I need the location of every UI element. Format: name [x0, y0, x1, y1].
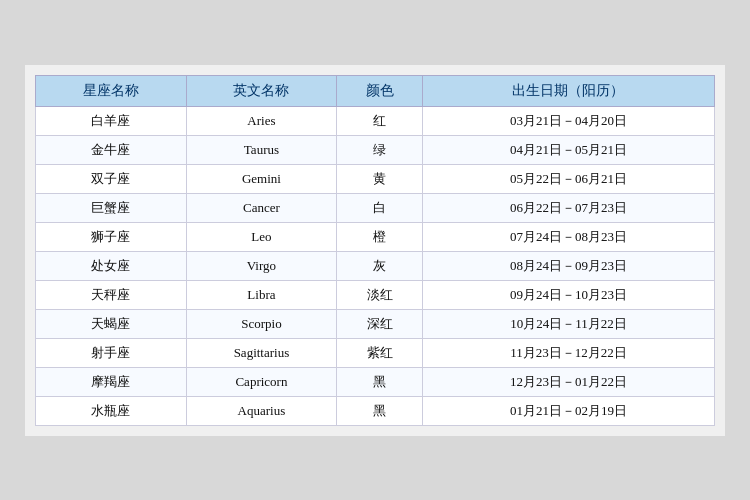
table-row: 金牛座Taurus绿04月21日－05月21日 — [36, 135, 715, 164]
cell-english: Leo — [186, 222, 337, 251]
cell-color: 白 — [337, 193, 423, 222]
cell-english: Capricorn — [186, 367, 337, 396]
cell-english: Cancer — [186, 193, 337, 222]
table-row: 摩羯座Capricorn黑12月23日－01月22日 — [36, 367, 715, 396]
cell-color: 灰 — [337, 251, 423, 280]
cell-chinese: 天秤座 — [36, 280, 187, 309]
cell-date: 04月21日－05月21日 — [422, 135, 714, 164]
cell-english: Aries — [186, 106, 337, 135]
cell-date: 11月23日－12月22日 — [422, 338, 714, 367]
cell-color: 黑 — [337, 367, 423, 396]
cell-english: Gemini — [186, 164, 337, 193]
cell-color: 红 — [337, 106, 423, 135]
table-body: 白羊座Aries红03月21日－04月20日金牛座Taurus绿04月21日－0… — [36, 106, 715, 425]
cell-color: 深红 — [337, 309, 423, 338]
cell-date: 08月24日－09月23日 — [422, 251, 714, 280]
cell-english: Aquarius — [186, 396, 337, 425]
cell-chinese: 巨蟹座 — [36, 193, 187, 222]
cell-chinese: 摩羯座 — [36, 367, 187, 396]
cell-chinese: 双子座 — [36, 164, 187, 193]
cell-chinese: 水瓶座 — [36, 396, 187, 425]
cell-date: 10月24日－11月22日 — [422, 309, 714, 338]
cell-chinese: 射手座 — [36, 338, 187, 367]
table-row: 天秤座Libra淡红09月24日－10月23日 — [36, 280, 715, 309]
table-row: 巨蟹座Cancer白06月22日－07月23日 — [36, 193, 715, 222]
cell-english: Sagittarius — [186, 338, 337, 367]
table-row: 双子座Gemini黄05月22日－06月21日 — [36, 164, 715, 193]
page-container: 星座名称 英文名称 颜色 出生日期（阳历） 白羊座Aries红03月21日－04… — [25, 65, 725, 436]
table-header-row: 星座名称 英文名称 颜色 出生日期（阳历） — [36, 75, 715, 106]
table-row: 白羊座Aries红03月21日－04月20日 — [36, 106, 715, 135]
cell-color: 黄 — [337, 164, 423, 193]
cell-date: 09月24日－10月23日 — [422, 280, 714, 309]
cell-date: 01月21日－02月19日 — [422, 396, 714, 425]
table-row: 狮子座Leo橙07月24日－08月23日 — [36, 222, 715, 251]
cell-date: 06月22日－07月23日 — [422, 193, 714, 222]
cell-color: 橙 — [337, 222, 423, 251]
cell-date: 05月22日－06月21日 — [422, 164, 714, 193]
cell-chinese: 狮子座 — [36, 222, 187, 251]
cell-chinese: 处女座 — [36, 251, 187, 280]
cell-chinese: 金牛座 — [36, 135, 187, 164]
col-header-chinese: 星座名称 — [36, 75, 187, 106]
cell-date: 12月23日－01月22日 — [422, 367, 714, 396]
cell-date: 03月21日－04月20日 — [422, 106, 714, 135]
cell-english: Scorpio — [186, 309, 337, 338]
table-row: 处女座Virgo灰08月24日－09月23日 — [36, 251, 715, 280]
col-header-color: 颜色 — [337, 75, 423, 106]
zodiac-table: 星座名称 英文名称 颜色 出生日期（阳历） 白羊座Aries红03月21日－04… — [35, 75, 715, 426]
table-row: 水瓶座Aquarius黑01月21日－02月19日 — [36, 396, 715, 425]
table-row: 天蝎座Scorpio深红10月24日－11月22日 — [36, 309, 715, 338]
cell-color: 紫红 — [337, 338, 423, 367]
cell-chinese: 白羊座 — [36, 106, 187, 135]
col-header-date: 出生日期（阳历） — [422, 75, 714, 106]
cell-color: 淡红 — [337, 280, 423, 309]
table-row: 射手座Sagittarius紫红11月23日－12月22日 — [36, 338, 715, 367]
cell-color: 黑 — [337, 396, 423, 425]
cell-english: Virgo — [186, 251, 337, 280]
cell-english: Libra — [186, 280, 337, 309]
col-header-english: 英文名称 — [186, 75, 337, 106]
cell-date: 07月24日－08月23日 — [422, 222, 714, 251]
cell-english: Taurus — [186, 135, 337, 164]
cell-color: 绿 — [337, 135, 423, 164]
cell-chinese: 天蝎座 — [36, 309, 187, 338]
